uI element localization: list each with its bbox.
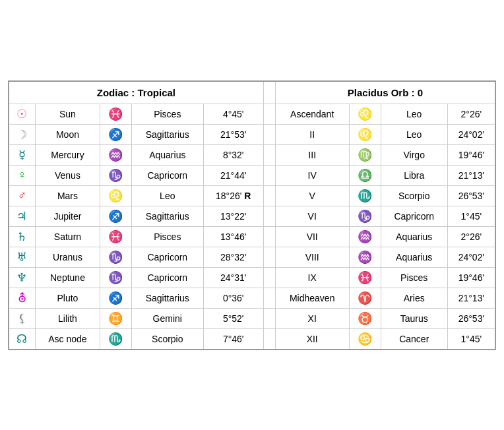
- house-sign-symbol-h2: ♌: [358, 128, 372, 141]
- planet-symbol-pluto: ⛢: [18, 292, 26, 305]
- house-name-h3: III: [275, 144, 349, 165]
- house-degree-h12: 1°45': [447, 328, 495, 350]
- planet-degree-uranus: 28°32': [203, 247, 263, 267]
- planet-name-venus: Venus: [35, 165, 100, 185]
- house-name-h5: V: [275, 185, 349, 206]
- house-sign-name-h3: Virgo: [381, 144, 447, 165]
- house-sign-symbol-h12: ♋: [358, 332, 372, 346]
- planet-name-mercury: Mercury: [35, 144, 100, 165]
- planet-sign-icon-mercury: ♒: [100, 144, 131, 165]
- planet-name-moon: Moon: [35, 124, 100, 144]
- planet-degree-saturn: 13°46': [203, 226, 263, 247]
- planet-sign-symbol-sun: ♓: [108, 108, 123, 121]
- planet-sign-icon-uranus: ♑: [100, 247, 131, 267]
- house-degree-h11: 26°53': [447, 308, 495, 328]
- planet-sign-symbol-ascnode: ♏: [108, 332, 123, 346]
- planet-sign-icon-pluto: ♐: [100, 288, 131, 308]
- planet-symbol-mars: ♂: [18, 189, 27, 202]
- house-sign-icon-h11: ♉: [349, 308, 381, 328]
- divider-cell: [263, 206, 275, 226]
- house-sign-icon-h6: ♑: [349, 206, 381, 226]
- planet-symbol-sun: ☉: [16, 108, 27, 121]
- house-degree-mc: 21°13': [447, 288, 495, 308]
- planet-symbol-saturn: ♄: [16, 230, 27, 243]
- house-degree-h8: 24°02': [447, 247, 495, 267]
- planet-sign-name-neptune: Capricorn: [131, 267, 203, 288]
- planet-sign-icon-saturn: ♓: [100, 226, 131, 247]
- planet-sign-name-lilith: Gemini: [131, 308, 203, 328]
- house-sign-name-h7: Aquarius: [381, 226, 447, 247]
- planet-name-jupiter: Jupiter: [35, 206, 100, 226]
- planet-symbol-ascnode: ☊: [16, 332, 27, 346]
- house-sign-symbol-h3: ♍: [358, 148, 372, 162]
- planet-degree-lilith: 5°52': [203, 308, 263, 328]
- house-sign-icon-h3: ♍: [349, 144, 381, 165]
- planet-sign-symbol-mercury: ♒: [108, 148, 123, 162]
- house-sign-name-h4: Libra: [381, 165, 447, 185]
- planet-degree-neptune: 24°31': [203, 267, 263, 288]
- planet-sign-icon-lilith: ♊: [100, 308, 131, 328]
- house-degree-h2: 24°02': [447, 124, 495, 144]
- divider-cell: [263, 124, 275, 144]
- house-sign-symbol-h9: ♓: [358, 271, 372, 284]
- planet-name-lilith: Lilith: [35, 308, 100, 328]
- planet-sign-icon-venus: ♑: [100, 165, 131, 185]
- planet-icon-venus: ♀: [9, 165, 35, 185]
- house-sign-icon-h8: ♒: [349, 247, 381, 267]
- planet-name-ascnode: Asc node: [35, 328, 100, 350]
- planet-degree-mercury: 8°32': [203, 144, 263, 165]
- planet-icon-mercury: ☿: [9, 144, 35, 165]
- house-sign-symbol-h4: ♎: [358, 169, 372, 182]
- planet-symbol-neptune: ♆: [16, 271, 27, 284]
- house-sign-icon-h2: ♌: [349, 124, 381, 144]
- planet-symbol-lilith: ⚸: [18, 312, 26, 325]
- house-sign-icon-h5: ♏: [349, 185, 381, 206]
- house-name-h6: VI: [275, 206, 349, 226]
- house-sign-symbol-h11: ♉: [358, 312, 372, 325]
- planet-icon-uranus: ♅: [9, 247, 35, 267]
- divider-cell: [263, 308, 275, 328]
- planet-name-mars: Mars: [35, 185, 100, 206]
- planet-icon-ascnode: ☊: [9, 328, 35, 350]
- planet-sign-name-sun: Pisces: [131, 104, 203, 124]
- planet-symbol-jupiter: ♃: [16, 210, 27, 223]
- house-name-mc: Midheaven: [275, 288, 349, 308]
- house-sign-icon-h9: ♓: [349, 267, 381, 288]
- planet-sign-name-mercury: Aquarius: [131, 144, 203, 165]
- house-sign-name-h6: Capricorn: [381, 206, 447, 226]
- house-sign-icon-h12: ♋: [349, 328, 381, 350]
- planet-sign-name-ascnode: Scorpio: [131, 328, 203, 350]
- planet-sign-icon-sun: ♓: [100, 104, 131, 124]
- planet-name-saturn: Saturn: [35, 226, 100, 247]
- house-sign-icon-asc: ♌: [349, 104, 381, 124]
- planet-name-pluto: Pluto: [35, 288, 100, 308]
- house-sign-icon-h7: ♒: [349, 226, 381, 247]
- planet-sign-symbol-lilith: ♊: [108, 312, 123, 325]
- house-sign-name-h2: Leo: [381, 124, 447, 144]
- planet-degree-ascnode: 7°46': [203, 328, 263, 350]
- planet-sign-symbol-saturn: ♓: [108, 230, 123, 243]
- planet-sign-name-mars: Leo: [131, 185, 203, 206]
- house-name-h12: XII: [275, 328, 349, 350]
- house-name-h2: II: [275, 124, 349, 144]
- house-sign-name-mc: Aries: [381, 288, 447, 308]
- planet-degree-pluto: 0°36': [203, 288, 263, 308]
- planet-sign-symbol-pluto: ♐: [108, 292, 123, 305]
- house-sign-name-h11: Taurus: [381, 308, 447, 328]
- house-sign-symbol-mc: ♈: [358, 292, 372, 305]
- divider-cell: [263, 185, 275, 206]
- house-sign-icon-mc: ♈: [349, 288, 381, 308]
- planet-degree-moon: 21°53': [203, 124, 263, 144]
- divider-cell: [263, 165, 275, 185]
- house-sign-name-h12: Cancer: [381, 328, 447, 350]
- house-degree-h7: 2°26': [447, 226, 495, 247]
- planet-icon-moon: ☽: [9, 124, 35, 144]
- house-sign-name-h8: Aquarius: [381, 247, 447, 267]
- planet-sign-symbol-moon: ♐: [108, 128, 123, 141]
- planet-icon-saturn: ♄: [9, 226, 35, 247]
- planet-sign-icon-moon: ♐: [100, 124, 131, 144]
- house-degree-asc: 2°26': [447, 104, 495, 124]
- house-sign-name-h9: Pisces: [381, 267, 447, 288]
- house-sign-name-h5: Scorpio: [381, 185, 447, 206]
- retrograde-mars: R: [244, 191, 251, 201]
